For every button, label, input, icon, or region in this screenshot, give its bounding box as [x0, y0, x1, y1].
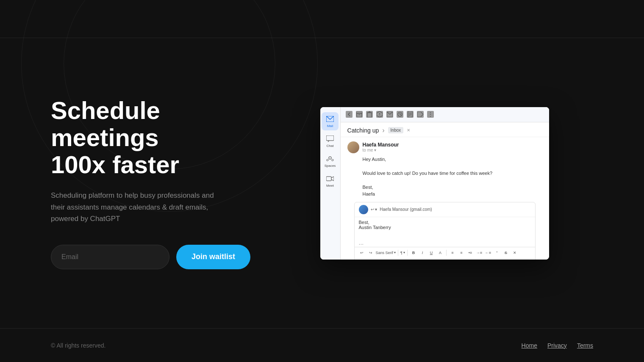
forward-icon: ›	[382, 127, 384, 134]
reply-avatar	[359, 205, 368, 214]
svg-rect-5	[326, 177, 331, 181]
inbox-close-icon[interactable]: ✕	[407, 128, 410, 133]
left-section: Schedule meetings 100x faster Scheduling…	[51, 97, 276, 269]
underline-btn[interactable]: U	[427, 249, 435, 257]
footer-terms-link[interactable]: Terms	[577, 342, 593, 349]
svg-rect-9	[367, 113, 372, 117]
headline-line2: 100x faster	[51, 151, 179, 178]
email-greeting: Hey Austin,	[363, 156, 542, 163]
reply-format-bar: ↩ ↪ Sans Serif ▾ ¶ ▾	[355, 247, 535, 258]
email-thread: Haefa Mansour to me ▾ Hey Austin, Would …	[341, 137, 549, 260]
sidebar-item-mail[interactable]: Mail	[322, 112, 339, 130]
reply-body-line1: Best,	[359, 220, 531, 225]
join-waitlist-button[interactable]: Join waitlist	[176, 245, 250, 269]
remove-format-btn[interactable]: ✕	[511, 249, 519, 257]
email-subject: Catching up	[347, 127, 379, 134]
spaces-label: Spaces	[325, 164, 336, 168]
svg-point-3	[327, 159, 328, 161]
redo-btn[interactable]: ↪	[367, 249, 375, 257]
archive-icon[interactable]	[356, 111, 363, 118]
sender-avatar	[347, 141, 359, 153]
gmail-toolbar: ⋮	[341, 107, 549, 122]
back-icon[interactable]	[346, 111, 353, 118]
email-input[interactable]	[51, 245, 169, 269]
reply-actions-bar: Send ▾ A 📎 🔗 😊 △ 🖼 🔒 ✏️	[355, 258, 535, 260]
subheadline: Scheduling platform to help busy profess…	[51, 190, 229, 224]
gmail-sidebar: Mail Chat	[320, 107, 341, 260]
font-family-label: Sans Serif	[376, 251, 394, 255]
indent-btn[interactable]: →≡	[475, 249, 483, 257]
email-body: Hey Austin, Would love to catch up! Do y…	[347, 156, 542, 198]
copyright: © All rights reserved.	[51, 342, 105, 349]
email-header: Haefa Mansour to me ▾	[347, 141, 542, 153]
reply-box: ↩ ▾ Haefa Mansour (gmail.com) Best, Aust…	[354, 202, 536, 260]
sidebar-item-spaces[interactable]: Spaces	[322, 152, 339, 170]
italic-btn[interactable]: I	[419, 249, 426, 257]
strikethrough-btn[interactable]: S	[502, 249, 510, 257]
snooze-icon[interactable]	[397, 111, 403, 118]
label-icon[interactable]	[417, 111, 424, 118]
cta-row: Join waitlist	[51, 245, 250, 269]
svg-rect-7	[357, 113, 362, 117]
sender-name: Haefa Mansour	[363, 142, 399, 148]
svg-rect-1	[326, 135, 334, 141]
email-content: Catching up › Inbox ✕ Haefa Mansour	[341, 122, 549, 260]
chat-label: Chat	[327, 144, 334, 148]
fmt-sep-3	[446, 250, 447, 256]
list-numbered-btn[interactable]: ≡	[458, 249, 465, 257]
to-me-label: to me ▾	[363, 148, 399, 152]
headline: Schedule meetings 100x faster	[51, 97, 250, 178]
footer-privacy-link[interactable]: Privacy	[547, 342, 567, 349]
reply-body[interactable]: Best, Austin Tanberry	[355, 217, 535, 238]
spaces-icon	[326, 155, 334, 163]
svg-point-2	[329, 157, 331, 159]
fmt-sep-2	[407, 250, 408, 256]
delete-icon[interactable]	[366, 111, 373, 118]
chat-icon	[326, 135, 334, 143]
email-message-original: Haefa Mansour to me ▾ Hey Austin, Would …	[347, 141, 542, 198]
align-btn[interactable]: ≡	[449, 249, 456, 257]
fmt-sep-1	[398, 250, 398, 256]
right-section: Mail Chat	[276, 107, 593, 260]
top-bar	[0, 0, 644, 38]
more-icon[interactable]: ⋮	[427, 111, 434, 118]
gmail-main: ⋮ Catching up › Inbox ✕	[341, 107, 549, 260]
footer-home-link[interactable]: Home	[522, 342, 537, 349]
headline-line1: Schedule meetings	[51, 97, 160, 151]
outdent-btn[interactable]: ←≡	[484, 249, 492, 257]
reply-to: Haefa Mansour (gmail.com)	[380, 207, 432, 212]
list-bullet-btn[interactable]: •≡	[466, 249, 474, 257]
email-subject-bar: Catching up › Inbox ✕	[341, 122, 549, 137]
svg-rect-6	[356, 112, 362, 113]
svg-point-14	[379, 116, 380, 116]
reply-icon: ↩ ▾	[371, 207, 378, 212]
mail-label: Mail	[327, 124, 333, 128]
footer: © All rights reserved. Home Privacy Term…	[0, 328, 644, 362]
meet-icon	[326, 174, 334, 183]
main-content: Schedule meetings 100x faster Scheduling…	[0, 38, 644, 328]
bold-btn[interactable]: B	[410, 249, 417, 257]
font-size-label: ¶	[400, 251, 402, 255]
meet-label: Meet	[326, 184, 334, 188]
svg-point-4	[332, 159, 333, 161]
task-icon[interactable]	[407, 111, 414, 118]
email-icon[interactable]	[386, 111, 393, 118]
reply-body-line2: Austin Tanberry	[359, 225, 531, 230]
color-a-btn[interactable]: A	[436, 249, 444, 257]
inbox-badge: Inbox	[388, 127, 403, 133]
quote-btn[interactable]: "	[493, 249, 501, 257]
gmail-window: Mail Chat	[320, 107, 549, 260]
reply-ellipsis: ...	[355, 238, 535, 247]
sidebar-item-chat[interactable]: Chat	[322, 132, 339, 150]
undo-btn[interactable]: ↩	[358, 249, 366, 257]
reply-header: ↩ ▾ Haefa Mansour (gmail.com)	[355, 202, 535, 217]
sidebar-item-meet[interactable]: Meet	[322, 172, 339, 190]
email-sender-name-body: Haefa	[363, 191, 542, 198]
font-size-chevron: ▾	[403, 251, 405, 254]
footer-links: Home Privacy Terms	[522, 342, 593, 349]
email-signoff: Best,	[363, 184, 542, 191]
spam-icon[interactable]	[376, 111, 383, 118]
mail-icon	[326, 115, 334, 123]
font-chevron-icon: ▾	[394, 251, 396, 254]
svg-line-18	[400, 114, 401, 115]
